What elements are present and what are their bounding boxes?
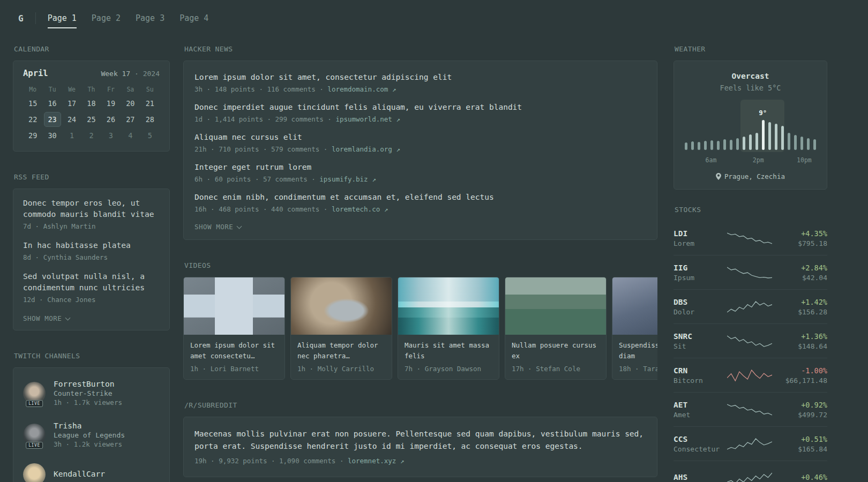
rss-item-meta: 7d · Ashlyn Martin <box>23 222 160 230</box>
stock-row[interactable]: CCSConsectetur +0.51%$165.84 <box>674 427 827 461</box>
subreddit-card: Maecenas mollis pulvinar erat non posuer… <box>183 417 657 477</box>
twitch-channel-game: League of Legends <box>54 431 125 439</box>
tab-page-2[interactable]: Page 2 <box>92 10 121 26</box>
video-thumbnail[interactable] <box>184 277 285 335</box>
subreddit-source-link[interactable]: loremnet.xyz ↗ <box>348 457 404 465</box>
twitch-channel-game: Counter-Strike <box>54 389 122 397</box>
hackernews-item: Donec imperdiet augue tincidunt felis al… <box>194 102 646 123</box>
hackernews-meta-text: 1d · 1,414 points · 299 comments · <box>194 115 332 123</box>
stock-symbol: SNRC <box>674 332 723 341</box>
stock-symbol: CCS <box>674 435 723 443</box>
video-thumbnail[interactable] <box>291 277 392 335</box>
video-meta: 18h · Tara <box>619 363 657 373</box>
video-thumbnail[interactable] <box>505 277 606 335</box>
weather-chart: 9° <box>685 110 816 150</box>
hackernews-item-title[interactable]: Lorem ipsum dolor sit amet, consectetur … <box>194 72 646 83</box>
weekday-label: Fr <box>101 86 121 93</box>
calendar-day: 25 <box>83 112 100 127</box>
hackernews-card: Lorem ipsum dolor sit amet, consectetur … <box>183 61 657 240</box>
stock-price: $499.72 <box>776 411 827 419</box>
hackernews-show-more-button[interactable]: SHOW MORE <box>194 223 241 231</box>
stock-row[interactable]: LDILorem +4.35%$795.18 <box>674 221 827 255</box>
rss-item: In hac habitasse platea 8d · Cynthia Sau… <box>23 240 160 261</box>
video-title[interactable]: Nullam posuere cursus ex <box>512 340 600 363</box>
video-meta: 7h · Grayson Dawson <box>405 363 492 373</box>
video-card-body: Aliquam tempor dolor nec pharetra… 1h · … <box>291 335 392 379</box>
stock-row[interactable]: IIGIpsum +2.84%$42.04 <box>674 255 827 290</box>
calendar-day: 26 <box>102 112 119 127</box>
rss-item-title[interactable]: In hac habitasse platea <box>23 240 160 251</box>
subreddit-meta-text: 19h · 9,932 points · 1,090 comments · <box>194 457 343 465</box>
hackernews-item-title[interactable]: Aliquam nec cursus elit <box>194 132 646 143</box>
hackernews-source-link[interactable]: loremtech.co ↗ <box>332 205 388 213</box>
twitch-avatar-wrap: LIVE <box>23 382 46 404</box>
tab-page-4[interactable]: Page 4 <box>179 10 208 26</box>
videos-widget: VIDEOS Lorem ipsum dolor sit amet consec… <box>183 261 657 380</box>
stock-name: Lorem <box>674 239 723 247</box>
videos-row: Lorem ipsum dolor sit amet consectetu… 1… <box>183 277 657 380</box>
twitch-channel-row[interactable]: LIVE ForrestBurton Counter-Strike 1h · 1… <box>23 372 160 414</box>
twitch-channel-row[interactable]: KendallCarr <box>23 456 160 482</box>
calendar-month: April <box>23 69 48 78</box>
weather-hour-labels: 6am 2pm 10pm <box>685 156 816 164</box>
rss-item-title[interactable]: Donec tempor eros leo, ut commodo mauris… <box>23 198 160 220</box>
hackernews-source-link[interactable]: loremlandia.org ↗ <box>332 145 400 153</box>
hackernews-item: Integer eget rutrum lorem 6h · 60 points… <box>194 162 646 183</box>
hackernews-item-title[interactable]: Donec imperdiet augue tincidunt felis al… <box>194 102 646 113</box>
rss-item-title[interactable]: Sed volutpat nulla nisl, a condimentum n… <box>23 271 160 293</box>
hackernews-item-meta: 6h · 60 points · 57 comments · ipsumify.… <box>194 175 646 183</box>
stock-row[interactable]: SNRCSit +1.36%$148.64 <box>674 324 827 358</box>
stock-change: +0.51% <box>776 435 827 443</box>
calendar-day: 28 <box>141 112 159 127</box>
app-logo[interactable]: G <box>18 13 24 24</box>
rss-show-more-button[interactable]: SHOW MORE <box>23 314 70 322</box>
tab-page-1[interactable]: Page 1 <box>48 10 77 26</box>
stock-row[interactable]: AETAmet +0.92%$499.72 <box>674 393 827 427</box>
weekday-label: Sa <box>121 86 140 93</box>
hackernews-show-more-label: SHOW MORE <box>194 223 233 231</box>
stock-row[interactable]: AHS +0.46% <box>674 461 827 482</box>
hackernews-source-link[interactable]: ipsumify.biz ↗ <box>319 175 376 183</box>
stock-price: $148.64 <box>776 342 827 350</box>
stock-row[interactable]: DBSDolor +1.42%$156.28 <box>674 290 827 324</box>
video-card-body: Nullam posuere cursus ex 17h · Stefan Co… <box>505 335 606 379</box>
subreddit-widget: /R/SUBREDDIT Maecenas mollis pulvinar er… <box>183 401 657 477</box>
header-divider <box>35 12 36 24</box>
hackernews-meta-text: 16h · 468 points · 440 comments · <box>194 205 327 213</box>
stock-sparkline <box>727 266 772 280</box>
twitch-channel-row[interactable]: LIVE Trisha League of Legends 3h · 1.2k … <box>23 414 160 456</box>
stock-row[interactable]: CRNBitcorn -1.00%$66,171.48 <box>674 358 827 393</box>
live-badge: LIVE <box>26 400 43 407</box>
video-title[interactable]: Mauris sit amet massa felis <box>405 340 492 363</box>
hackernews-item: Aliquam nec cursus elit 21h · 710 points… <box>194 132 646 153</box>
weather-bars <box>685 120 816 150</box>
tab-page-3[interactable]: Page 3 <box>136 10 164 26</box>
stock-name: Bitcorn <box>674 376 723 385</box>
video-thumbnail[interactable] <box>398 277 499 335</box>
video-card: Aliquam tempor dolor nec pharetra… 1h · … <box>290 277 392 380</box>
video-title[interactable]: Aliquam tempor dolor nec pharetra… <box>297 340 385 363</box>
video-title[interactable]: Suspendisse diam <box>619 340 657 363</box>
weather-hour-label: 10pm <box>797 156 812 164</box>
header: G Page 1 Page 2 Page 3 Page 4 <box>0 0 868 36</box>
calendar-day: 17 <box>63 96 80 111</box>
weekday-label: Mo <box>23 86 42 93</box>
hackernews-item-title[interactable]: Integer eget rutrum lorem <box>194 162 646 173</box>
stock-price: $156.28 <box>776 308 827 316</box>
hackernews-source-link[interactable]: loremdomain.com ↗ <box>327 85 396 93</box>
right-column: WEATHER Overcast Feels like 5°C 9° 6am 2… <box>674 45 827 482</box>
hackernews-item-meta: 16h · 468 points · 440 comments · loremt… <box>194 205 646 213</box>
videos-section-title: VIDEOS <box>184 261 657 269</box>
calendar-year: 2024 <box>143 70 160 78</box>
twitch-channel-name: ForrestBurton <box>54 380 122 388</box>
video-thumbnail[interactable] <box>612 277 657 335</box>
stock-change: -1.00% <box>776 366 827 375</box>
hackernews-source-link[interactable]: ipsumworld.net ↗ <box>335 115 400 123</box>
subreddit-post-title[interactable]: Maecenas mollis pulvinar erat non posuer… <box>194 428 646 453</box>
rss-widget: RSS FEED Donec tempor eros leo, ut commo… <box>13 173 170 330</box>
video-title[interactable]: Lorem ipsum dolor sit amet consectetu… <box>190 340 278 363</box>
hackernews-item-title[interactable]: Donec enim nibh, condimentum et accumsan… <box>194 192 646 203</box>
calendar-day-next-month: 2 <box>83 128 100 143</box>
stock-change: +2.84% <box>776 263 827 272</box>
weather-condition: Overcast <box>685 72 816 80</box>
